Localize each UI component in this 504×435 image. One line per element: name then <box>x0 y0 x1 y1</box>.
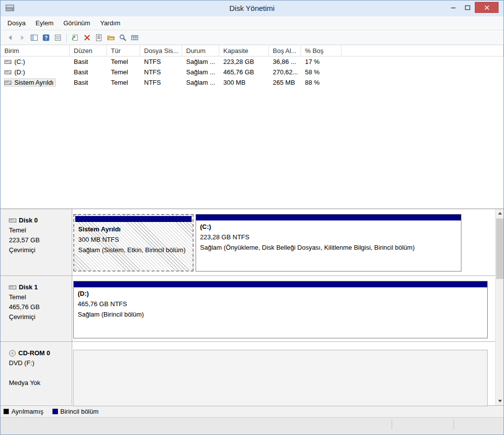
scrollbar-thumb[interactable] <box>496 218 504 279</box>
view-icon[interactable] <box>129 32 141 44</box>
volume-capacity: 223,28 GB <box>219 58 269 65</box>
status-bar <box>0 417 504 435</box>
toolbar: ? <box>0 30 504 45</box>
column-header-kapasite[interactable]: Kapasite <box>219 45 269 56</box>
column-header-filler <box>342 45 504 56</box>
disk-name: Disk 1 <box>19 282 38 292</box>
minimize-button[interactable] <box>446 2 460 13</box>
disk-type: DVD (F:) <box>9 358 72 368</box>
partition-color-bar <box>75 216 192 222</box>
scroll-up-icon[interactable] <box>496 209 504 218</box>
volume-status: Sağlam ... <box>182 79 219 86</box>
menu-gorunum[interactable]: Görünüm <box>58 18 95 29</box>
menu-yardim[interactable]: Yardım <box>95 18 125 29</box>
volume-name: (C:) <box>14 58 25 65</box>
graphical-view-pane: Disk 0 Temel 223,57 GB Çevrimiçi Sistem … <box>0 209 504 405</box>
disk-management-window: Disk Yönetimi Dosya Eylem Görünüm Yardım <box>0 0 504 435</box>
volume-icon <box>4 69 11 75</box>
volume-layout: Basit <box>70 68 107 76</box>
column-header-birim[interactable]: Birim <box>0 45 70 56</box>
delete-icon[interactable] <box>81 32 93 44</box>
disk-status: Çevrimiçi <box>9 312 72 322</box>
column-header-tur[interactable]: Tür <box>107 45 140 56</box>
volume-free-pct: 17 % <box>301 58 342 65</box>
svg-text:?: ? <box>45 35 48 41</box>
column-header-pct-bos[interactable]: % Boş <box>301 45 342 56</box>
table-row[interactable]: Sistem Ayrıldı Basit Temel NTFS Sağlam .… <box>0 77 504 88</box>
partition-c[interactable]: (C:) 223,28 GB NTFS Sağlam (Önyükleme, D… <box>196 214 461 272</box>
disk-1-row: Disk 1 Temel 465,76 GB Çevrimiçi (D:) 46… <box>0 276 495 342</box>
menu-dosya[interactable]: Dosya <box>2 18 31 29</box>
disk-type: Temel <box>9 225 72 235</box>
disk-icon <box>9 218 16 223</box>
vertical-scrollbar[interactable] <box>495 209 504 405</box>
partition-d[interactable]: (D:) 465,76 GB NTFS Sağlam (Birincil böl… <box>73 281 488 338</box>
cdrom-0-row: CD-ROM 0 DVD (F:) Medya Yok <box>0 342 495 405</box>
disk-size: 465,76 GB <box>9 302 72 312</box>
partition-name: (C:) <box>200 221 457 232</box>
column-header-durum[interactable]: Durum <box>182 45 219 56</box>
volume-free-pct: 58 % <box>301 68 342 76</box>
properties-icon[interactable] <box>93 32 105 44</box>
empty-media-region[interactable] <box>73 350 488 406</box>
refresh-icon[interactable] <box>69 32 81 44</box>
partition-status: Sağlam (Birincil bölüm) <box>78 309 483 320</box>
column-header-bos-alan[interactable]: Boş Al... <box>269 45 301 56</box>
disk-0-row: Disk 0 Temel 223,57 GB Çevrimiçi Sistem … <box>0 209 495 276</box>
legend-label: Ayrılmamış <box>11 408 44 415</box>
status-separator <box>454 420 454 430</box>
column-header-dosya-sistemi[interactable]: Dosya Sis... <box>140 45 182 56</box>
help-icon[interactable]: ? <box>40 32 52 44</box>
disk-1-label[interactable]: Disk 1 Temel 465,76 GB Çevrimiçi <box>0 276 72 341</box>
volume-table-header: Birim Düzen Tür Dosya Sis... Durum Kapas… <box>0 45 504 56</box>
volume-type: Temel <box>107 58 140 65</box>
partition-size: 300 MB NTFS <box>78 234 189 245</box>
volume-name: (D:) <box>14 68 25 76</box>
volume-layout: Basit <box>70 79 107 86</box>
volume-filesystem: NTFS <box>140 79 182 86</box>
disk-size: 223,57 GB <box>9 235 72 245</box>
volume-layout: Basit <box>70 58 107 65</box>
partition-color-bar <box>196 215 461 220</box>
rescan-icon[interactable] <box>117 32 129 44</box>
legend-unallocated: Ayrılmamış <box>3 408 44 415</box>
show-console-tree-icon[interactable] <box>28 32 40 44</box>
disk-name: Disk 0 <box>19 216 38 225</box>
disk-status: Medya Yok <box>9 378 72 388</box>
cdrom-0-label[interactable]: CD-ROM 0 DVD (F:) Medya Yok <box>0 342 72 405</box>
disk-0-label[interactable]: Disk 0 Temel 223,57 GB Çevrimiçi <box>0 209 72 275</box>
cd-icon <box>9 350 16 357</box>
partition-name: Sistem Ayrıldı <box>78 224 189 234</box>
volume-name: Sistem Ayrıldı <box>14 79 53 86</box>
maximize-button[interactable] <box>460 2 475 13</box>
volume-filesystem: NTFS <box>140 68 182 76</box>
column-header-duzen[interactable]: Düzen <box>70 45 107 56</box>
volume-icon <box>4 59 11 65</box>
close-button[interactable] <box>475 2 499 13</box>
legend-primary-partition: Birincil bölüm <box>52 408 99 415</box>
partition-color-bar <box>74 281 487 287</box>
partition-size: 223,28 GB NTFS <box>200 232 457 242</box>
volume-icon <box>4 80 11 86</box>
partition-status: Sağlam (Önyükleme, Disk Belleği Dosyası,… <box>200 242 457 253</box>
primary-partition-swatch <box>52 409 58 414</box>
volume-free: 36,86 ... <box>269 58 301 65</box>
open-folder-icon[interactable] <box>105 32 117 44</box>
legend-label: Birincil bölüm <box>60 408 99 415</box>
partition-sistem-ayrildi[interactable]: Sistem Ayrıldı 300 MB NTFS Sağlam (Siste… <box>73 214 194 272</box>
volume-free: 265 MB <box>269 79 301 86</box>
volume-type: Temel <box>107 68 140 76</box>
table-row[interactable]: (C:) Basit Temel NTFS Sağlam ... 223,28 … <box>0 56 504 67</box>
export-list-icon[interactable] <box>52 32 64 44</box>
table-row[interactable]: (D:) Basit Temel NTFS Sağlam ... 465,76 … <box>0 67 504 77</box>
title-bar: Disk Yönetimi <box>0 0 504 16</box>
disk-icon <box>9 284 16 290</box>
scroll-down-icon[interactable] <box>496 397 504 405</box>
back-icon[interactable] <box>4 32 16 44</box>
menu-eylem[interactable]: Eylem <box>31 18 58 29</box>
forward-icon[interactable] <box>16 32 28 44</box>
legend-bar: Ayrılmamış Birincil bölüm <box>0 405 504 417</box>
toolbar-separator <box>66 33 67 43</box>
disk-name: CD-ROM 0 <box>18 348 50 358</box>
focused-cell: Sistem Ayrıldı <box>4 78 56 87</box>
